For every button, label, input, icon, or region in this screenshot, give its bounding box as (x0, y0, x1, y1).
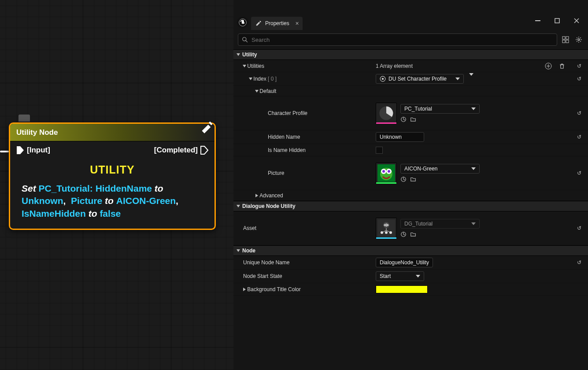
window-close-button[interactable] (567, 14, 586, 27)
use-selected-asset-button[interactable] (400, 116, 407, 122)
input-pin-label: [Input] (27, 146, 50, 155)
use-selected-asset-button[interactable] (400, 176, 407, 182)
window-minimize-button[interactable] (528, 14, 547, 27)
category-label: Node (242, 248, 255, 254)
utility-node[interactable]: Utility Node [Input] [Completed] UTILITY… (9, 122, 216, 230)
reset-button[interactable]: ↺ (570, 60, 588, 72)
category-dialogue-node-utility[interactable]: Dialogue Node Utility (233, 201, 588, 211)
comment-grip[interactable] (18, 115, 30, 122)
graph-canvas[interactable]: Utility Node [Input] [Completed] UTILITY… (0, 0, 233, 370)
expand-icon (255, 194, 258, 197)
unique-node-name-input[interactable]: DialogueNode_Utility (376, 258, 433, 267)
search-icon (242, 37, 248, 43)
svg-rect-5 (562, 37, 565, 39)
node-title-text: Utility Node (16, 128, 58, 137)
input-exec-pin[interactable]: [Input] (16, 146, 50, 155)
expand-icon (237, 205, 240, 207)
expand-icon[interactable] (249, 78, 252, 80)
browse-asset-button[interactable] (410, 176, 416, 182)
category-label: Utility (242, 52, 257, 58)
search-field[interactable] (251, 37, 553, 43)
chevron-down-icon (471, 167, 476, 170)
hidden-name-input[interactable]: Unknown (376, 132, 424, 142)
array-count: 1 Array element (376, 63, 413, 69)
completed-exec-pin[interactable]: [Completed] (154, 146, 208, 155)
element-options-button[interactable] (467, 76, 475, 82)
window-maximize-button[interactable] (547, 14, 567, 27)
svg-point-9 (578, 39, 580, 41)
settings-button[interactable] (574, 35, 584, 44)
browse-asset-button[interactable] (410, 116, 416, 122)
row-utilities: Utilities 1 Array element ↺ (233, 60, 588, 72)
reset-button[interactable]: ↺ (570, 161, 588, 185)
row-character-profile: Character Profile PC_Tutorial ↺ (233, 96, 588, 130)
reset-button[interactable]: ↺ (570, 130, 588, 144)
use-selected-asset-button[interactable] (400, 231, 407, 237)
row-node-start-state: Node Start State Start (233, 270, 588, 283)
expand-icon[interactable] (243, 65, 246, 67)
chevron-down-icon (455, 78, 460, 80)
index-type-dropdown[interactable]: DU Set Character Profile (376, 74, 464, 84)
unreal-logo-icon[interactable] (237, 17, 248, 28)
character-profile-dropdown[interactable]: PC_Tutorial (400, 104, 480, 114)
svg-point-3 (243, 37, 246, 41)
completed-pin-label: [Completed] (154, 146, 198, 155)
exec-wire (0, 151, 9, 152)
row-advanced[interactable]: Advanced (233, 190, 588, 201)
picture-dropdown[interactable]: AICON-Green (400, 164, 480, 174)
node-start-state-dropdown[interactable]: Start (376, 271, 424, 281)
category-label: Dialogue Node Utility (242, 203, 296, 209)
svg-point-12 (382, 78, 384, 80)
is-name-hidden-checkbox[interactable] (376, 147, 383, 154)
add-array-element-button[interactable] (543, 63, 554, 70)
tab-label: Properties (265, 20, 289, 26)
reset-button[interactable]: ↺ (570, 216, 588, 240)
svg-point-19 (382, 170, 385, 173)
svg-point-25 (385, 231, 388, 234)
svg-rect-2 (555, 18, 559, 23)
expand-icon (237, 249, 240, 252)
row-background-title-color: Background Title Color (233, 283, 588, 296)
row-picture: Picture AICON-Green ↺ (233, 156, 588, 190)
utility-description: Set PC_Tutorial: HiddenName to Unknown, … (22, 182, 203, 220)
expand-icon (237, 53, 240, 56)
row-asset: Asset DG_Tutorial ↺ (233, 211, 588, 245)
svg-rect-1 (535, 20, 540, 21)
reset-button[interactable]: ↺ (570, 72, 588, 85)
search-input[interactable] (238, 33, 557, 46)
expand-icon[interactable] (243, 288, 246, 291)
row-index-0: Index [ 0 ] DU Set Character Profile ↺ (233, 72, 588, 86)
class-icon (380, 76, 386, 82)
properties-panel: Properties × Utility Utilities 1 Array e… (233, 0, 588, 370)
pencil-icon (255, 20, 262, 26)
row-is-name-hidden: Is Name Hidden (233, 144, 588, 156)
view-options-button[interactable] (561, 35, 570, 44)
tab-bar: Properties × (233, 13, 588, 30)
clear-array-button[interactable] (557, 63, 567, 69)
wrench-icon (201, 120, 216, 135)
background-title-color-swatch[interactable] (376, 285, 428, 293)
row-default[interactable]: Default (233, 86, 588, 96)
asset-thumbnail[interactable] (376, 218, 397, 239)
category-utility[interactable]: Utility (233, 49, 588, 60)
chevron-down-icon (471, 222, 476, 225)
svg-line-4 (246, 41, 248, 42)
chevron-down-icon (416, 275, 420, 278)
node-title[interactable]: Utility Node (10, 124, 214, 141)
category-node[interactable]: Node (233, 245, 588, 256)
picture-thumbnail[interactable] (376, 163, 397, 184)
chevron-down-icon (471, 107, 476, 110)
utility-heading: UTILITY (22, 163, 203, 176)
browse-asset-button[interactable] (410, 231, 416, 237)
reset-button[interactable]: ↺ (570, 256, 588, 269)
tab-properties[interactable]: Properties × (251, 17, 303, 30)
svg-rect-6 (566, 37, 569, 39)
svg-rect-7 (562, 40, 565, 43)
reset-button[interactable]: ↺ (570, 101, 588, 126)
close-tab-icon[interactable]: × (296, 20, 299, 27)
svg-point-20 (388, 170, 390, 173)
svg-rect-8 (566, 40, 569, 43)
row-hidden-name: Hidden Name Unknown ↺ (233, 130, 588, 144)
character-profile-thumbnail[interactable] (376, 103, 397, 124)
asset-dropdown[interactable]: DG_Tutorial (400, 219, 480, 229)
